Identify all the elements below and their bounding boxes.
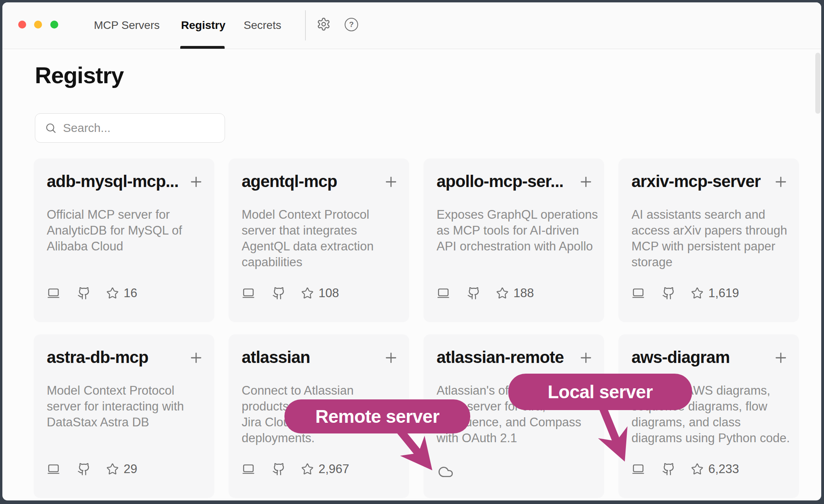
star-count: 1,619 bbox=[708, 286, 739, 300]
laptop-icon bbox=[47, 462, 60, 476]
help-button[interactable]: ? bbox=[345, 18, 358, 31]
page-title: Registry bbox=[35, 62, 124, 88]
server-card-aws-diagram: aws-diagram Generate AWS diagrams, seque… bbox=[618, 334, 799, 498]
search-box bbox=[35, 113, 225, 143]
laptop-icon bbox=[242, 462, 255, 476]
server-description: AI assistants search and access arXiv pa… bbox=[631, 208, 790, 271]
github-icon[interactable] bbox=[77, 286, 91, 300]
github-icon[interactable] bbox=[467, 286, 481, 300]
server-name: atlassian bbox=[242, 348, 310, 367]
local-server-arrow bbox=[603, 408, 619, 447]
github-icon[interactable] bbox=[662, 286, 675, 300]
toolbar-divider bbox=[305, 10, 306, 40]
laptop-icon bbox=[47, 286, 60, 300]
help-icon: ? bbox=[345, 18, 358, 31]
star-count: 6,233 bbox=[708, 462, 739, 476]
scrollbar-thumb[interactable] bbox=[815, 53, 820, 114]
server-description: Model Context Protocol server that integ… bbox=[242, 208, 400, 271]
card-footer: 29 bbox=[47, 461, 137, 477]
search-icon bbox=[45, 122, 57, 134]
laptop-icon bbox=[631, 286, 645, 300]
server-name: arxiv-mcp-server bbox=[631, 172, 761, 191]
github-icon[interactable] bbox=[272, 286, 286, 300]
close-button[interactable] bbox=[18, 21, 26, 29]
server-name: atlassian-remote bbox=[437, 348, 564, 367]
server-description: Model Context Protocol server for intera… bbox=[47, 384, 205, 447]
plus-icon bbox=[773, 350, 789, 366]
star-icon bbox=[691, 287, 704, 300]
window-titlebar: MCP Servers Registry Secrets ? bbox=[2, 2, 821, 49]
tab-secrets[interactable]: Secrets bbox=[244, 19, 281, 32]
tab-registry[interactable]: Registry bbox=[181, 19, 225, 32]
server-name: apollo-mcp-ser... bbox=[437, 172, 563, 191]
star-icon bbox=[106, 287, 119, 300]
add-server-button[interactable] bbox=[187, 349, 205, 367]
add-server-button[interactable] bbox=[382, 349, 400, 367]
star-icon bbox=[106, 463, 119, 475]
maximize-button[interactable] bbox=[50, 21, 58, 29]
laptop-icon bbox=[631, 462, 645, 476]
add-server-button[interactable] bbox=[772, 174, 790, 191]
github-icon[interactable] bbox=[272, 462, 286, 476]
plus-icon bbox=[383, 174, 399, 190]
star-count: 188 bbox=[513, 286, 534, 300]
card-footer: 1,619 bbox=[631, 285, 739, 301]
server-name: astra-db-mcp bbox=[47, 348, 148, 367]
add-server-button[interactable] bbox=[772, 349, 790, 367]
local-server-callout: Local server bbox=[508, 374, 692, 410]
settings-button[interactable] bbox=[317, 17, 331, 32]
plus-icon bbox=[383, 350, 399, 366]
server-card-arxiv-mcp-server: arxiv-mcp-server AI assistants search an… bbox=[618, 158, 799, 322]
search-input[interactable] bbox=[62, 121, 225, 135]
add-server-button[interactable] bbox=[577, 174, 595, 191]
server-name: aws-diagram bbox=[631, 348, 730, 367]
card-footer: 16 bbox=[47, 285, 137, 301]
card-footer: 108 bbox=[242, 285, 339, 301]
plus-icon bbox=[188, 174, 204, 190]
github-icon[interactable] bbox=[77, 462, 91, 476]
cloud-icon bbox=[437, 464, 455, 480]
github-icon[interactable] bbox=[662, 462, 675, 476]
gear-icon bbox=[317, 17, 331, 31]
star-icon bbox=[691, 463, 704, 475]
laptop-icon bbox=[242, 286, 255, 300]
star-count: 29 bbox=[124, 462, 137, 476]
server-name: agentql-mcp bbox=[242, 172, 337, 191]
card-footer: 188 bbox=[437, 285, 534, 301]
plus-icon bbox=[578, 174, 594, 190]
laptop-icon bbox=[437, 286, 450, 300]
server-description: Exposes GraphQL operations as MCP tools … bbox=[437, 208, 595, 271]
star-icon bbox=[496, 287, 509, 300]
star-count: 2,967 bbox=[319, 462, 349, 476]
star-icon bbox=[301, 463, 314, 475]
plus-icon bbox=[578, 350, 594, 366]
server-card-apollo-mcp-server: apollo-mcp-ser... Exposes GraphQL operat… bbox=[423, 158, 604, 322]
server-card-astra-db-mcp: astra-db-mcp Model Context Protocol serv… bbox=[34, 334, 214, 498]
add-server-button[interactable] bbox=[577, 349, 595, 367]
plus-icon bbox=[773, 174, 789, 190]
plus-icon bbox=[188, 350, 204, 366]
star-count: 108 bbox=[319, 286, 339, 300]
add-server-button[interactable] bbox=[382, 174, 400, 191]
add-server-button[interactable] bbox=[187, 174, 205, 191]
server-card-adb-mysql-mcp: adb-mysql-mcp... Official MCP server for… bbox=[34, 158, 214, 322]
remote-server-callout: Remote server bbox=[284, 399, 470, 433]
server-card-agentql-mcp: agentql-mcp Model Context Protocol serve… bbox=[229, 158, 409, 322]
star-count: 16 bbox=[124, 286, 137, 300]
card-footer: 6,233 bbox=[631, 461, 739, 477]
server-name: adb-mysql-mcp... bbox=[47, 172, 179, 191]
minimize-button[interactable] bbox=[34, 21, 42, 29]
tab-mcp-servers[interactable]: MCP Servers bbox=[94, 19, 160, 32]
active-tab-underline bbox=[180, 46, 225, 49]
app-window: MCP Servers Registry Secrets ? Registry … bbox=[2, 2, 821, 500]
card-footer bbox=[437, 461, 455, 477]
server-description: Official MCP server for AnalyticDB for M… bbox=[47, 208, 205, 271]
star-icon bbox=[301, 287, 314, 300]
card-footer: 2,967 bbox=[242, 461, 349, 477]
